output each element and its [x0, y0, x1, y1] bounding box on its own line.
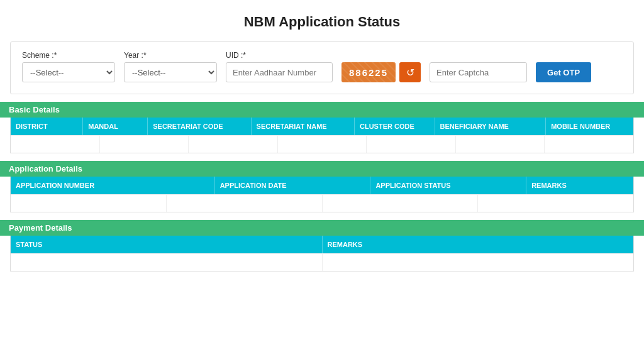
- uid-group: UID :*: [226, 51, 333, 82]
- app-col-status: APPLICATION STATUS: [370, 177, 526, 194]
- basic-data-district: [11, 136, 100, 153]
- basic-col-mandal: MANDAL: [83, 118, 148, 135]
- basic-data-cluster-code: [367, 136, 456, 153]
- page-title: NBM Application Status: [0, 14, 644, 30]
- basic-col-beneficiary-name: BENEFICIARY NAME: [435, 118, 547, 135]
- year-select[interactable]: --Select--: [124, 62, 217, 82]
- basic-data-beneficiary-name: [456, 136, 545, 153]
- application-details-empty-row: [11, 194, 633, 212]
- payment-details-table: STATUS REMARKS: [10, 236, 634, 272]
- pay-col-status: STATUS: [11, 236, 323, 253]
- get-otp-button[interactable]: Get OTP: [536, 62, 591, 82]
- app-data-remarks: [478, 195, 633, 212]
- year-label: Year :*: [124, 51, 217, 60]
- scheme-label: Scheme :*: [22, 51, 115, 60]
- captcha-group: 886225 ↺: [341, 62, 421, 82]
- pay-data-remarks: [323, 254, 634, 271]
- captcha-display: 886225: [341, 62, 396, 82]
- basic-details-header: Basic Details: [0, 102, 644, 118]
- application-details-header: Application Details: [0, 161, 644, 177]
- page-title-area: NBM Application Status: [0, 0, 644, 41]
- form-row: Scheme :* --Select-- Year :* --Select-- …: [22, 51, 622, 82]
- basic-col-mobile-number: MOBILE NUMBER: [546, 118, 633, 135]
- uid-input[interactable]: [226, 62, 333, 82]
- year-group: Year :* --Select--: [124, 51, 217, 82]
- payment-details-empty-row: [11, 253, 633, 271]
- app-col-number: APPLICATION NUMBER: [11, 177, 215, 194]
- application-details-table: APPLICATION NUMBER APPLICATION DATE APPL…: [10, 177, 634, 212]
- captcha-input[interactable]: [430, 62, 527, 82]
- pay-col-remarks: REMARKS: [323, 236, 634, 253]
- get-otp-group: Get OTP: [536, 62, 591, 82]
- basic-details-header-row: DISTRICT MANDAL SECRETARIAT CODE SECRETA…: [11, 118, 633, 135]
- basic-details-empty-row: [11, 135, 633, 153]
- basic-col-district: DISTRICT: [11, 118, 83, 135]
- captcha-input-group: [430, 62, 527, 82]
- basic-col-cluster-code: CLUSTER CODE: [355, 118, 435, 135]
- form-section: Scheme :* --Select-- Year :* --Select-- …: [10, 41, 634, 94]
- app-data-date: [167, 195, 323, 212]
- basic-data-mobile-number: [545, 136, 633, 153]
- scheme-select[interactable]: --Select--: [22, 62, 115, 82]
- app-data-number: [11, 195, 167, 212]
- app-col-date: APPLICATION DATE: [215, 177, 371, 194]
- uid-label: UID :*: [226, 51, 333, 60]
- captcha-refresh-button[interactable]: ↺: [399, 62, 421, 82]
- application-details-header-row: APPLICATION NUMBER APPLICATION DATE APPL…: [11, 177, 633, 194]
- basic-col-secretariat-code: SECRETARIAT CODE: [148, 118, 251, 135]
- basic-data-secretariat-name: [278, 136, 367, 153]
- basic-data-secretariat-code: [189, 136, 278, 153]
- app-data-status: [323, 195, 479, 212]
- basic-data-mandal: [100, 136, 189, 153]
- pay-data-status: [11, 254, 323, 271]
- scheme-group: Scheme :* --Select--: [22, 51, 115, 82]
- basic-col-secretariat-name: SECRETARIAT NAME: [252, 118, 355, 135]
- app-col-remarks: REMARKS: [526, 177, 633, 194]
- payment-details-header-row: STATUS REMARKS: [11, 236, 633, 253]
- basic-details-table: DISTRICT MANDAL SECRETARIAT CODE SECRETA…: [10, 118, 634, 153]
- refresh-icon: ↺: [406, 67, 414, 79]
- payment-details-header: Payment Details: [0, 220, 644, 236]
